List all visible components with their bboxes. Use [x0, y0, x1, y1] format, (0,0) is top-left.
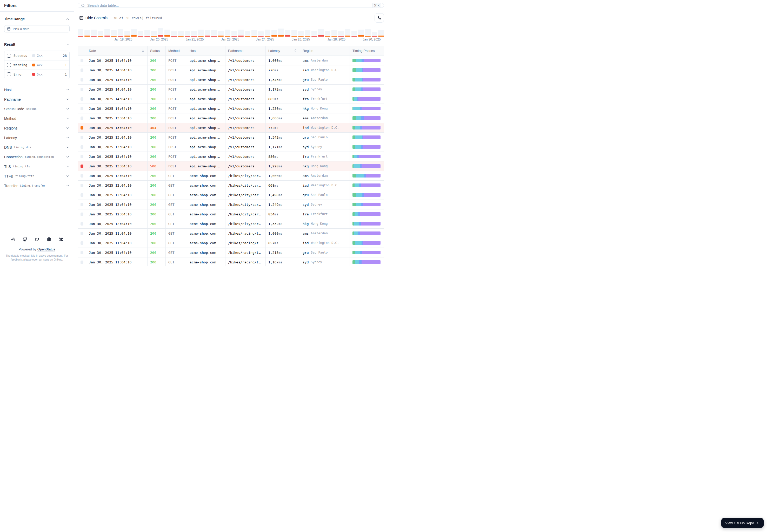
table-row[interactable]: Jan 30, 2025 12:04:10200GETacme-shop.com… — [78, 190, 384, 200]
timeline-bar[interactable] — [365, 28, 371, 37]
column-header-date[interactable]: Date — [86, 46, 147, 56]
hide-controls-button[interactable]: Hide Controls — [78, 16, 109, 20]
timeline-bar[interactable] — [144, 28, 150, 37]
table-row[interactable]: Jan 30, 2025 13:04:10200POSTapi.acme-sho… — [78, 133, 384, 142]
view-settings-button[interactable] — [375, 13, 384, 23]
timeline-bar[interactable] — [338, 28, 344, 37]
timeline-bar[interactable] — [205, 28, 211, 37]
timeline-bar[interactable] — [111, 28, 117, 37]
timeline-bar[interactable] — [138, 28, 143, 37]
table-row[interactable]: Jan 30, 2025 14:04:10200POSTapi.acme-sho… — [78, 104, 384, 113]
checkbox[interactable] — [7, 63, 11, 67]
sidebar-filter-pathname[interactable]: Pathname — [4, 94, 70, 104]
search-input[interactable]: Search data table... ⌘ K — [78, 3, 384, 8]
timeline-bar[interactable] — [118, 28, 123, 37]
timeline-bar[interactable] — [225, 28, 231, 37]
timeline-bar[interactable] — [91, 28, 97, 37]
timeline-bar[interactable] — [191, 28, 197, 37]
timeline-bar[interactable] — [245, 28, 251, 37]
timeline-bar[interactable] — [358, 28, 364, 37]
table-row[interactable]: Jan 30, 2025 11:04:10200GETacme-shop.com… — [78, 257, 384, 266]
table-row[interactable]: Jan 30, 2025 13:04:10404POSTapi.acme-sho… — [78, 123, 384, 133]
column-header-latency[interactable]: Latency — [266, 46, 300, 56]
table-row[interactable]: Jan 30, 2025 14:04:10200POSTapi.acme-sho… — [78, 75, 384, 85]
table-row[interactable]: Jan 30, 2025 13:04:10500POSTapi.acme-sho… — [78, 161, 384, 171]
table-row[interactable]: Jan 30, 2025 12:04:10200GETacme-shop.com… — [78, 209, 384, 219]
open-issue-link[interactable]: open an issue — [32, 258, 49, 261]
timeline-bar[interactable] — [104, 28, 110, 37]
timeline-bar[interactable] — [232, 28, 237, 37]
timeline-bar[interactable] — [378, 28, 384, 37]
timeline-bar[interactable] — [151, 28, 157, 37]
timeline-bar[interactable] — [252, 28, 257, 37]
table-row[interactable]: Jan 30, 2025 12:04:10200GETacme-shop.com… — [78, 219, 384, 229]
timeline-bar[interactable] — [305, 28, 310, 37]
table-row[interactable]: Jan 30, 2025 14:04:10200POSTapi.acme-sho… — [78, 94, 384, 104]
date-picker-input[interactable]: Pick a date — [4, 25, 70, 32]
table-row[interactable]: Jan 30, 2025 12:04:10200GETacme-shop.com… — [78, 200, 384, 209]
table-row[interactable]: Jan 30, 2025 11:04:10200GETacme-shop.com… — [78, 229, 384, 238]
table-row[interactable]: Jan 30, 2025 14:04:10200POSTapi.acme-sho… — [78, 56, 384, 65]
globe-icon[interactable] — [47, 237, 51, 242]
section-time-range[interactable]: Time Range — [4, 15, 70, 23]
checkbox[interactable] — [7, 72, 11, 76]
timeline-bar[interactable] — [285, 28, 290, 37]
table-row[interactable]: Jan 30, 2025 11:04:10200GETacme-shop.com… — [78, 238, 384, 248]
timeline-bar[interactable] — [211, 28, 217, 37]
command-icon[interactable] — [59, 237, 63, 242]
timeline-bar[interactable] — [185, 28, 190, 37]
timeline-bar[interactable] — [98, 28, 103, 37]
timeline-bar[interactable] — [258, 28, 264, 37]
sidebar-filter-host[interactable]: Host — [4, 85, 70, 94]
table-row[interactable]: Jan 30, 2025 12:04:10200GETacme-shop.com… — [78, 181, 384, 190]
timeline-bar[interactable] — [345, 28, 351, 37]
timeline-bar[interactable] — [124, 28, 130, 37]
sidebar-filter-ttfb[interactable]: TTFBtiming.ttfb — [4, 171, 70, 181]
timeline-bar[interactable] — [331, 28, 337, 37]
timeline-bar[interactable] — [171, 28, 177, 37]
timeline-bar[interactable] — [278, 28, 284, 37]
table-row[interactable]: Jan 30, 2025 13:04:10200POSTapi.acme-sho… — [78, 142, 384, 152]
timeline-bar[interactable] — [298, 28, 304, 37]
table-row[interactable]: Jan 30, 2025 14:04:10200POSTapi.acme-sho… — [78, 85, 384, 94]
sidebar-filter-transfer[interactable]: Transfertiming.transfer — [4, 181, 70, 190]
result-filter-row[interactable]: Error5xx1 — [4, 70, 69, 79]
timeline-bar[interactable] — [178, 28, 183, 37]
github-icon[interactable] — [23, 237, 27, 242]
sidebar-filter-connection[interactable]: Connectiontiming.connection — [4, 152, 70, 162]
timeline-bar[interactable] — [292, 28, 297, 37]
table-row[interactable]: Jan 30, 2025 11:04:10200GETacme-shop.com… — [78, 248, 384, 257]
timeline-bar[interactable] — [265, 28, 270, 37]
section-result[interactable]: Result — [4, 41, 70, 48]
timeline-bar[interactable] — [158, 28, 163, 37]
sidebar-filter-dns[interactable]: DNStiming.dns — [4, 142, 70, 152]
sidebar-filter-latency[interactable]: Latency — [4, 133, 70, 142]
timeline-bar[interactable] — [84, 28, 90, 37]
sidebar-filter-regions[interactable]: Regions — [4, 123, 70, 133]
twitter-icon[interactable] — [35, 237, 39, 242]
table-row[interactable]: Jan 30, 2025 14:04:10200POSTapi.acme-sho… — [78, 65, 384, 75]
sun-icon[interactable] — [11, 237, 15, 242]
result-filter-row[interactable]: Warning4xx1 — [4, 60, 69, 70]
timeline-bar[interactable] — [78, 28, 83, 37]
timeline-bar[interactable] — [164, 28, 170, 37]
sidebar-filter-status-code[interactable]: Status Codestatus — [4, 104, 70, 114]
timeline-bar[interactable] — [318, 28, 324, 37]
timeline-bar[interactable] — [272, 28, 277, 37]
timeline-bar[interactable] — [131, 28, 137, 37]
table-row[interactable]: Jan 30, 2025 12:04:10200GETacme-shop.com… — [78, 171, 384, 181]
timeline-bar[interactable] — [198, 28, 204, 37]
sidebar-filter-method[interactable]: Method — [4, 114, 70, 123]
timeline-bar[interactable] — [218, 28, 224, 37]
checkbox[interactable] — [7, 54, 11, 58]
openstatus-link[interactable]: OpenStatus — [37, 247, 55, 251]
timeline-bar[interactable] — [311, 28, 317, 37]
timeline-bar[interactable] — [372, 28, 377, 37]
sidebar-filter-tls[interactable]: TLStiming.tls — [4, 162, 70, 171]
result-filter-row[interactable]: Success2xx28 — [4, 51, 69, 60]
timeline-bar[interactable] — [351, 28, 357, 37]
table-row[interactable]: Jan 30, 2025 13:04:10200POSTapi.acme-sho… — [78, 152, 384, 161]
table-row[interactable]: Jan 30, 2025 13:04:10200POSTapi.acme-sho… — [78, 113, 384, 123]
timeline-bar[interactable] — [238, 28, 244, 37]
timeline-bar[interactable] — [325, 28, 331, 37]
